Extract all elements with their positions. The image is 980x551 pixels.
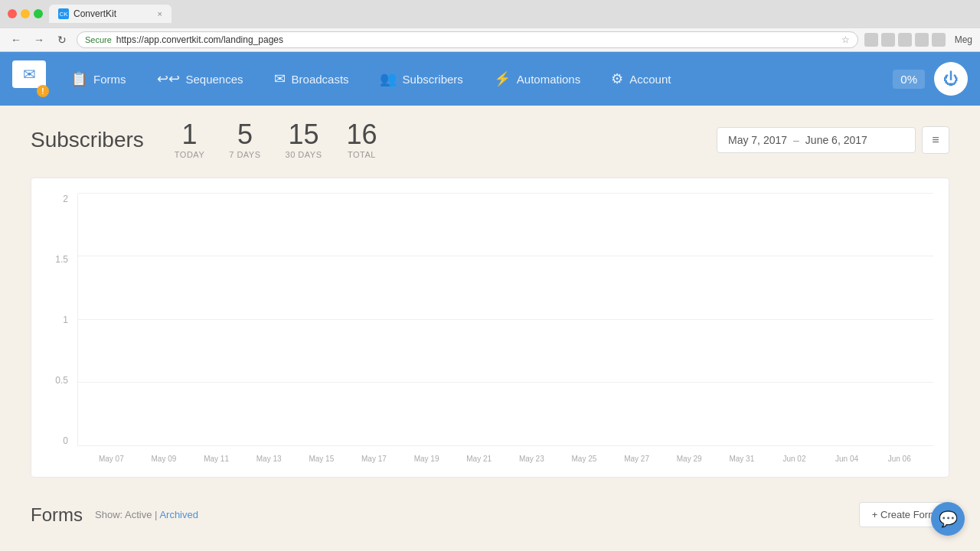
secure-badge: Secure xyxy=(85,35,112,44)
broadcasts-icon: ✉ xyxy=(274,70,286,87)
x-label-may15: May 15 xyxy=(296,455,348,463)
extension-icon-2[interactable] xyxy=(881,33,895,47)
y-label-2: 2 xyxy=(47,194,68,204)
forward-button[interactable]: → xyxy=(31,31,47,48)
y-label-05: 0.5 xyxy=(47,375,68,386)
bookmark-icon[interactable]: ☆ xyxy=(841,34,850,45)
x-label-jun04: Jun 04 xyxy=(821,455,874,463)
stat-30days-value: 15 xyxy=(286,121,322,148)
minimize-dot[interactable] xyxy=(21,9,30,18)
show-label: Show: xyxy=(95,509,122,520)
nav-percent: 0% xyxy=(893,70,925,89)
bars-container xyxy=(78,194,933,445)
nav-label-broadcasts: Broadcasts xyxy=(292,73,349,86)
forms-icon: 📋 xyxy=(70,70,87,87)
forms-filter: Show: Active | Archived xyxy=(95,509,198,520)
date-range-picker[interactable]: May 7, 2017 – June 6, 2017 xyxy=(717,127,916,153)
reload-button[interactable]: ↻ xyxy=(54,31,70,48)
tab-title: ConvertKit xyxy=(74,8,116,19)
main-content: Subscribers 1 TODAY 5 7 DAYS 15 30 DAYS … xyxy=(0,106,980,551)
logo-icon: ✉ xyxy=(12,60,46,88)
nav-item-sequences[interactable]: ↩↩ Sequences xyxy=(142,52,259,106)
chart-y-axis: 0 0.5 1 1.5 2 xyxy=(47,194,70,446)
x-label-may31: May 31 xyxy=(716,455,769,463)
nav-items: 📋 Forms ↩↩ Sequences ✉ Broadcasts 👥 Subs… xyxy=(55,52,893,106)
x-label-may07: May 07 xyxy=(85,455,138,463)
nav-label-sequences: Sequences xyxy=(186,73,243,86)
forms-title: Forms xyxy=(31,504,83,526)
y-label-15: 1.5 xyxy=(47,254,68,265)
back-button[interactable]: ← xyxy=(8,31,24,48)
x-label-may11: May 11 xyxy=(190,455,243,463)
subscribers-header: Subscribers 1 TODAY 5 7 DAYS 15 30 DAYS … xyxy=(31,121,949,159)
extension-icon-1[interactable] xyxy=(864,33,878,47)
extension-icon-4[interactable] xyxy=(915,33,929,47)
nav-item-broadcasts[interactable]: ✉ Broadcasts xyxy=(259,52,364,106)
chat-icon: 💬 xyxy=(939,510,958,528)
stat-30days: 15 30 DAYS xyxy=(286,121,322,159)
extension-icon-3[interactable] xyxy=(898,33,912,47)
stat-today: 1 TODAY xyxy=(175,121,204,159)
date-to: June 6, 2017 xyxy=(805,134,867,146)
nav-right: 0% ⏻ xyxy=(893,62,968,96)
browser-titlebar: CK ConvertKit × xyxy=(0,0,980,28)
date-from: May 7, 2017 xyxy=(728,134,787,146)
maximize-dot[interactable] xyxy=(34,9,43,18)
stat-7days-value: 5 xyxy=(229,121,260,148)
archived-link[interactable]: Archived xyxy=(159,509,198,520)
browser-extension-icons xyxy=(864,33,946,47)
chat-bubble[interactable]: 💬 xyxy=(931,502,965,536)
sequences-icon: ↩↩ xyxy=(157,70,180,87)
nav-item-account[interactable]: ⚙ Account xyxy=(596,52,686,106)
nav-item-subscribers[interactable]: 👥 Subscribers xyxy=(364,52,479,106)
browser-addressbar: ← → ↻ Secure https://app.convertkit.com/… xyxy=(0,28,980,51)
forms-header: Forms Show: Active | Archived + Create F… xyxy=(31,502,949,527)
x-label-may27: May 27 xyxy=(610,455,663,463)
x-label-may19: May 19 xyxy=(400,455,453,463)
forms-section: Forms Show: Active | Archived + Create F… xyxy=(31,502,949,527)
subscribers-icon: 👥 xyxy=(380,70,397,87)
app-nav: ✉ ! 📋 Forms ↩↩ Sequences ✉ Broadcasts 👥 … xyxy=(0,52,980,106)
browser-user-name: Meg xyxy=(955,34,972,45)
stat-today-value: 1 xyxy=(175,121,204,148)
chart-area: 0 0.5 1 1.5 2 May 07 May 09 May 11 xyxy=(47,194,933,469)
stat-7days: 5 7 DAYS xyxy=(229,121,260,159)
x-label-may21: May 21 xyxy=(452,455,505,463)
address-bar[interactable]: Secure https://app.convertkit.com/landin… xyxy=(77,31,858,48)
nav-label-subscribers: Subscribers xyxy=(403,73,463,86)
nav-label-forms: Forms xyxy=(93,73,126,86)
address-url: https://app.convertkit.com/landing_pages xyxy=(116,34,283,45)
stat-7days-label: 7 DAYS xyxy=(229,150,260,159)
y-label-0: 0 xyxy=(47,435,68,446)
close-dot[interactable] xyxy=(8,9,17,18)
nav-item-automations[interactable]: ⚡ Automations xyxy=(479,52,596,106)
x-label-jun06: Jun 06 xyxy=(873,455,926,463)
filter-button[interactable]: ≡ xyxy=(922,126,949,154)
nav-item-forms[interactable]: 📋 Forms xyxy=(55,52,142,106)
nav-logo[interactable]: ✉ ! xyxy=(12,60,49,97)
filter-icon: ≡ xyxy=(932,133,939,147)
nav-label-automations: Automations xyxy=(517,73,580,86)
stat-total-label: TOTAL xyxy=(346,150,377,159)
x-label-may17: May 17 xyxy=(348,455,400,463)
logo-warning-badge: ! xyxy=(37,85,49,97)
stat-30days-label: 30 DAYS xyxy=(286,150,322,159)
browser-traffic-lights xyxy=(8,9,43,18)
x-label-may25: May 25 xyxy=(558,455,611,463)
tab-favicon: CK xyxy=(58,8,69,19)
nav-label-account: Account xyxy=(629,73,671,86)
y-label-1: 1 xyxy=(47,315,68,325)
filter-separator: | xyxy=(155,509,157,520)
chart-container: 0 0.5 1 1.5 2 May 07 May 09 May 11 xyxy=(31,178,949,478)
stats-group: 1 TODAY 5 7 DAYS 15 30 DAYS 16 TOTAL xyxy=(175,121,377,159)
stat-today-label: TODAY xyxy=(175,150,204,159)
date-separator: – xyxy=(793,134,799,146)
tab-close-button[interactable]: × xyxy=(158,9,162,18)
account-icon: ⚙ xyxy=(611,70,623,87)
browser-chrome: CK ConvertKit × ← → ↻ Secure https://app… xyxy=(0,0,980,52)
browser-tab[interactable]: CK ConvertKit × xyxy=(49,5,172,23)
extension-icon-5[interactable] xyxy=(932,33,946,47)
stat-total-value: 16 xyxy=(346,121,377,148)
x-label-may13: May 13 xyxy=(243,455,296,463)
power-button[interactable]: ⏻ xyxy=(934,62,968,96)
